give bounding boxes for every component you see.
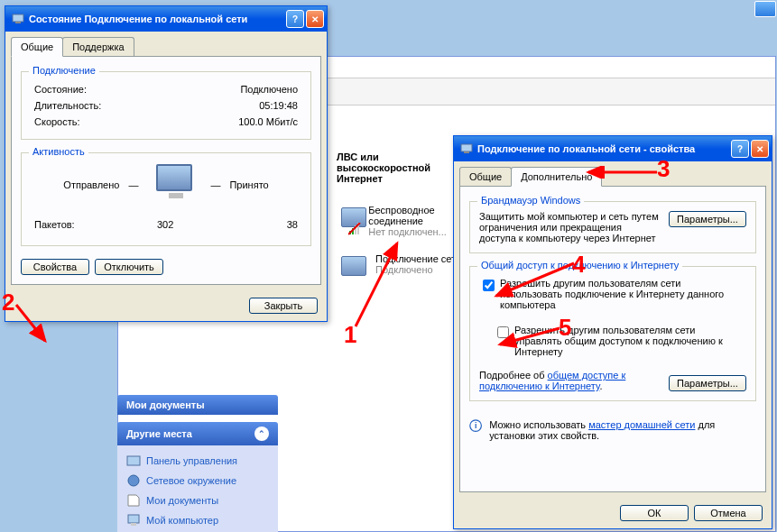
status-tabs: Общие Поддержка xyxy=(5,32,327,56)
activity-icons: Отправлено — — Принято xyxy=(31,162,301,207)
recv-count: 38 xyxy=(287,219,298,230)
state-row: Состояние: Подключено xyxy=(31,81,301,97)
ics-allow-manage-row: Разрешить другим пользователям сети упра… xyxy=(494,323,746,359)
recv-label: Принято xyxy=(229,179,268,190)
firewall-group: Брандмауэр Windows Защитить мой компьюте… xyxy=(469,201,756,253)
side-mydocs[interactable]: Мои документы xyxy=(126,491,269,510)
annotation-1: 1 xyxy=(344,321,356,349)
props-title: Подключение по локальной сети - свойства xyxy=(474,143,729,154)
svg-point-12 xyxy=(128,475,139,486)
connection-lan[interactable]: Подключение сети Подключено xyxy=(334,250,469,289)
network-places-icon xyxy=(126,473,141,488)
collapse-icon[interactable]: ⌃ xyxy=(254,427,269,441)
tab-advanced[interactable]: Дополнительно xyxy=(511,167,602,187)
duration-label: Длительность: xyxy=(34,100,101,111)
side-mycomputer[interactable]: Мой компьютер xyxy=(126,510,269,530)
connection-group: Подключение Состояние: Подключено Длител… xyxy=(21,71,311,140)
disable-button[interactable]: Отключить xyxy=(95,259,163,275)
close-dialog-button[interactable]: Закрыть xyxy=(249,298,318,314)
help-button[interactable]: ? xyxy=(286,10,304,28)
annotation-3: 3 xyxy=(657,155,670,183)
ics-allow-use-checkbox[interactable] xyxy=(483,280,495,291)
annotation-5: 5 xyxy=(559,314,571,342)
cancel-button[interactable]: Отмена xyxy=(694,505,763,521)
firewall-params-button[interactable]: Параметры... xyxy=(669,211,746,227)
speed-row: Скорость: 100.0 Мбит/с xyxy=(31,114,301,130)
close-button[interactable]: ✕ xyxy=(306,10,324,28)
activity-group: Активность Отправлено — — Принято Пакето… xyxy=(21,152,311,246)
svg-rect-14 xyxy=(131,523,136,526)
ics-params-button[interactable]: Параметры... xyxy=(669,375,746,391)
status-dialog: Состояние Подключение по локальной сети … xyxy=(5,5,328,322)
sent-label: Отправлено xyxy=(63,179,119,190)
connection-wireless[interactable]: Беспроводное соединение Нет подключен... xyxy=(334,201,469,241)
side-control-panel[interactable]: Панель управления xyxy=(126,451,269,471)
sidepanel-mydocs: Мои документы xyxy=(117,395,278,415)
props-bottom-buttons: ОК Отмена xyxy=(454,498,772,528)
conn2-name: Подключение сети xyxy=(375,253,461,264)
other-places-body: Панель управления Сетевое окружение Мои … xyxy=(117,445,278,532)
ics-allow-use-label: Разрешить другим пользователям сети испо… xyxy=(500,278,743,310)
ics-group: Общий доступ к подключению к Интернету Р… xyxy=(469,266,756,401)
annotation-4: 4 xyxy=(572,251,585,279)
properties-dialog: Подключение по локальной сети - свойства… xyxy=(453,135,772,529)
ics-allow-manage-checkbox[interactable] xyxy=(497,326,509,338)
duration-value: 05:19:48 xyxy=(259,100,298,111)
svg-text:i: i xyxy=(475,421,476,430)
network-icon xyxy=(459,142,474,156)
mydocs-title: Мои документы xyxy=(126,399,205,410)
wizard-link[interactable]: мастер домашней сети xyxy=(588,419,695,430)
props-tabs: Общие Дополнительно xyxy=(454,161,772,186)
props-tab-content: Брандмауэр Windows Защитить мой компьюте… xyxy=(459,186,766,492)
wizard-info-icon: i xyxy=(469,419,482,436)
control-panel-icon xyxy=(126,454,141,468)
other-title: Другие места xyxy=(126,428,192,439)
sent-count: 302 xyxy=(157,219,173,230)
mydocs-icon xyxy=(126,493,141,508)
explorer-maximize[interactable] xyxy=(754,1,776,17)
mycomputer-icon xyxy=(126,513,141,527)
svg-rect-13 xyxy=(128,515,139,523)
tab-general[interactable]: Общие xyxy=(459,167,512,186)
properties-button[interactable]: Свойства xyxy=(21,259,89,275)
mydocs-head[interactable]: Мои документы xyxy=(117,395,278,415)
state-value: Подключено xyxy=(240,84,298,95)
speed-value: 100.0 Мбит/с xyxy=(238,116,298,127)
duration-row: Длительность: 05:19:48 xyxy=(31,97,301,114)
tab-general[interactable]: Общие xyxy=(11,37,63,57)
connections-heading: ЛВС или высокоскоростной Интернет xyxy=(334,149,469,187)
status-bottom-buttons: Закрыть xyxy=(5,290,327,321)
sidepanel-other: Другие места ⌃ Панель управления Сетевое… xyxy=(117,422,278,532)
ics-learn-prefix: Подробнее об xyxy=(479,370,548,381)
svg-rect-11 xyxy=(127,456,140,465)
side-network[interactable]: Сетевое окружение xyxy=(126,471,269,491)
wireless-icon xyxy=(338,205,363,237)
annotation-2: 2 xyxy=(2,289,14,316)
props-titlebar[interactable]: Подключение по локальной сети - свойства… xyxy=(454,136,772,161)
other-places-head[interactable]: Другие места ⌃ xyxy=(117,422,278,445)
status-titlebar[interactable]: Состояние Подключение по локальной сети … xyxy=(5,6,327,32)
ok-button[interactable]: ОК xyxy=(620,505,689,521)
packets-label: Пакетов: xyxy=(34,219,75,230)
svg-rect-6 xyxy=(15,22,21,23)
svg-rect-5 xyxy=(13,14,23,22)
tab-support[interactable]: Поддержка xyxy=(62,37,134,56)
state-label: Состояние: xyxy=(34,84,87,95)
network-icon xyxy=(11,12,25,26)
packets-row: Пакетов: 302 38 xyxy=(31,216,301,233)
ics-allow-use-row: Разрешить другим пользователям сети испо… xyxy=(479,276,746,312)
help-button[interactable]: ? xyxy=(731,140,749,158)
firewall-description: Защитить мой компьютер и сеть путем огра… xyxy=(479,211,660,243)
svg-rect-8 xyxy=(464,151,469,153)
conn1-name: Беспроводное соединение xyxy=(368,205,466,226)
svg-rect-7 xyxy=(461,144,472,151)
activity-group-label: Активность xyxy=(29,146,88,157)
status-title: Состояние Подключение по локальной сети xyxy=(25,14,284,24)
status-tab-content: Подключение Состояние: Подключено Длител… xyxy=(11,56,321,285)
close-button[interactable]: ✕ xyxy=(751,140,769,158)
firewall-group-label: Брандмауэр Windows xyxy=(477,195,584,206)
wizard-prefix: Можно использовать xyxy=(489,419,588,430)
connections-section: ЛВС или высокоскоростной Интернет Беспро… xyxy=(334,149,469,289)
status-button-row: Свойства Отключить xyxy=(21,259,311,275)
speed-label: Скорость: xyxy=(34,116,80,127)
